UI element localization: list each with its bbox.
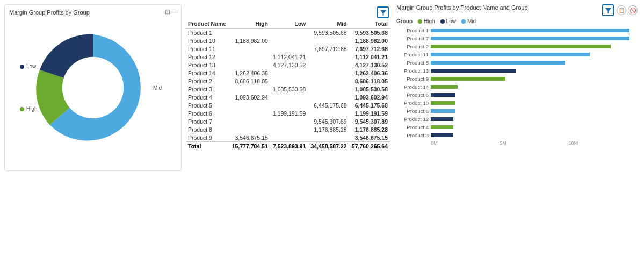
cell-name: Product 6: [186, 109, 229, 117]
table-row: Product 41,093,602.941,093,602.94: [186, 93, 390, 101]
bar-row-bars: [431, 85, 638, 89]
bar-row-bars: [431, 45, 638, 48]
cell-low: [270, 77, 308, 85]
bar-export-icon[interactable]: 📋: [617, 5, 626, 15]
bar-row: Product 8: [396, 108, 638, 114]
cell-total: 6,445,175.68: [349, 101, 390, 109]
cell-total: 1,199,191.59: [349, 109, 390, 117]
bar-block-icon[interactable]: 🚫: [628, 5, 638, 15]
cell-high: [229, 61, 270, 69]
cell-high: 3,546,675.15: [229, 133, 270, 142]
cell-mid: 9,593,505.68: [308, 29, 349, 37]
bar-row: Product 4: [396, 124, 638, 130]
bar-row-label: Product 10: [396, 100, 429, 106]
cell-name: Product 10: [186, 37, 229, 45]
cell-low: [270, 29, 308, 37]
high-label: High: [26, 106, 38, 112]
footer-mid: 34,458,587.22: [308, 142, 349, 151]
bar-row: Product 1: [396, 27, 638, 33]
cell-total: 9,593,505.68: [349, 29, 390, 37]
cell-high: [229, 101, 270, 109]
cell-low: [270, 45, 308, 53]
donut-legend: Low High: [20, 63, 38, 112]
svg-marker-1: [605, 8, 611, 13]
bar-legend: Group High Low Mid: [396, 18, 638, 24]
bar-row-label: Product 4: [396, 124, 429, 130]
bar-row: Product 10: [396, 100, 638, 106]
bar-row-bars: [431, 133, 638, 137]
bar-mid: [431, 109, 455, 113]
cell-name: Product 13: [186, 61, 229, 69]
table-row: Product 56,445,175.686,445,175.68: [186, 101, 390, 109]
bar-row-label: Product 3: [396, 132, 429, 138]
legend-high-item: High: [418, 18, 435, 24]
bar-row-bars: [431, 117, 638, 121]
bar-row: Product 12: [396, 116, 638, 122]
cell-low: 1,112,041.21: [270, 53, 308, 61]
cell-total: 1,093,602.94: [349, 93, 390, 101]
cell-low: [270, 133, 308, 142]
bar-high: [431, 125, 453, 129]
cell-mid: [308, 69, 349, 77]
cell-mid: [308, 109, 349, 117]
bar-row-label: Product 5: [396, 60, 429, 66]
cell-high: [229, 125, 270, 133]
table-body: Product 19,593,505.689,593,505.68Product…: [186, 29, 390, 142]
bar-mid: [431, 61, 565, 65]
bar-row-label: Product 13: [396, 68, 429, 74]
footer-low: 7,523,893.91: [270, 142, 308, 151]
donut-chart-panel: Margin Group Profits by Group ⊡ ··· Low …: [4, 4, 182, 171]
bar-chart-panel: Margin Group Profits by Product Name and…: [394, 4, 640, 268]
cell-name: Product 3: [186, 85, 229, 93]
cell-name: Product 2: [186, 77, 229, 85]
cell-high: 1,093,602.94: [229, 93, 270, 101]
bar-filter-button[interactable]: [602, 4, 614, 16]
cell-total: 1,176,885.28: [349, 125, 390, 133]
bar-row-bars: [431, 93, 638, 97]
table-filter-button[interactable]: [377, 6, 389, 18]
table-icons: [186, 6, 390, 18]
table-footer: Total 15,777,784.51 7,523,893.91 34,458,…: [186, 142, 390, 151]
bar-panel-header: Margin Group Profits by Product Name and…: [396, 4, 638, 16]
cell-total: 1,085,530.58: [349, 85, 390, 93]
bar-mid: [431, 29, 629, 32]
cell-name: Product 4: [186, 93, 229, 101]
low-label: Low: [26, 63, 36, 69]
cell-high: [229, 117, 270, 125]
filter-icon: [380, 9, 387, 16]
donut-container: Low High Mid: [9, 18, 177, 158]
expand-icon[interactable]: ⊡: [165, 8, 170, 16]
legend-mid-dot: [461, 19, 466, 24]
bar-high: [431, 85, 458, 89]
table-row: Product 31,085,530.581,085,530.58: [186, 85, 390, 93]
bar-row-label: Product 7: [396, 35, 429, 41]
footer-high: 15,777,784.51: [229, 142, 270, 151]
bar-row: Product 11: [396, 52, 638, 58]
cell-high: [229, 53, 270, 61]
cell-mid: 1,176,885.28: [308, 125, 349, 133]
bar-high: [431, 101, 455, 105]
cell-name: Product 8: [186, 125, 229, 133]
axis-10m: 10M: [569, 140, 638, 146]
more-icon[interactable]: ···: [172, 8, 178, 16]
bar-row: Product 14: [396, 84, 638, 90]
cell-name: Product 5: [186, 101, 229, 109]
cell-low: [270, 69, 308, 77]
cell-high: [229, 45, 270, 53]
cell-mid: 6,445,175.68: [308, 101, 349, 109]
cell-high: 8,686,118.05: [229, 77, 270, 85]
cell-mid: [308, 85, 349, 93]
bar-mid: [431, 53, 590, 56]
donut-panel-icons: ⊡ ···: [165, 8, 178, 16]
footer-total: 57,760,265.64: [349, 142, 390, 151]
bar-low: [431, 69, 516, 73]
cell-high: [229, 109, 270, 117]
table-row: Product 93,546,675.153,546,675.15: [186, 133, 390, 142]
bar-high: [431, 45, 611, 48]
cell-name: Product 11: [186, 45, 229, 53]
cell-high: 1,188,982.00: [229, 37, 270, 45]
cell-total: 4,127,130.52: [349, 61, 390, 69]
bar-row-label: Product 12: [396, 116, 429, 122]
cell-total: 8,686,118.05: [349, 77, 390, 85]
bar-row: Product 3: [396, 132, 638, 138]
